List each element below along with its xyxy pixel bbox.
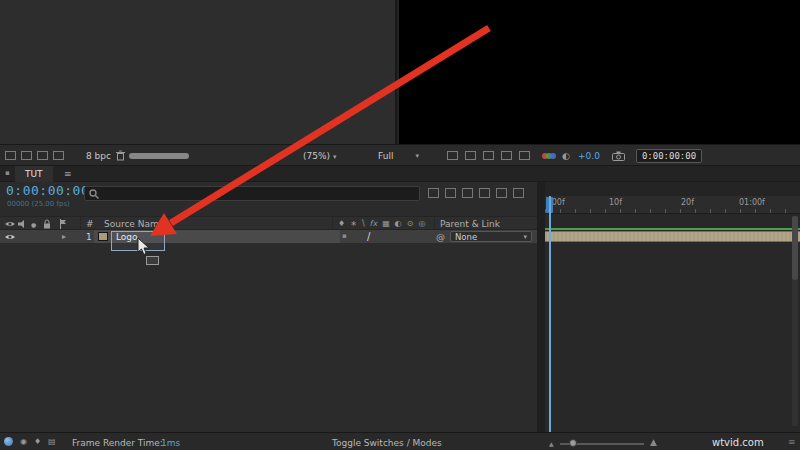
layer-column-header: ● # Source Name ♦ ∗ \ fx ▦ ◐ ⊙ ◎ Parent …	[0, 216, 537, 230]
audio-status-icon[interactable]: ♦	[34, 437, 41, 447]
delete-icon[interactable]	[116, 150, 125, 163]
magnification-value: (75%)	[303, 151, 330, 161]
exposure-value[interactable]: +0.0	[578, 151, 600, 161]
shy-icon[interactable]	[462, 188, 473, 198]
ruler-tick-marks	[545, 209, 800, 213]
resolution-value: Full	[378, 151, 393, 161]
watermark: wtvid.com	[712, 437, 764, 448]
magnification-dropdown[interactable]: (75%) ▾	[303, 151, 336, 162]
zoom-out-icon[interactable]: ▲	[549, 440, 554, 447]
hints-icon[interactable]: ▤	[48, 437, 56, 447]
solo-column-icon: ●	[31, 220, 36, 230]
panel-icon: ▪	[5, 169, 10, 177]
composition-flowchart-icon[interactable]	[428, 188, 439, 198]
cache-indicator	[545, 228, 800, 230]
after-effects-window: 8 bpc (75%) ▾ Full ▾ ◐ +0.0 0:00:00:00	[0, 0, 800, 450]
frame-render-label: Frame Render Time:	[72, 438, 163, 448]
toggle-switches-button[interactable]: Toggle Switches / Modes	[332, 438, 442, 448]
search-icon	[89, 189, 100, 202]
chevron-down-icon: ▾	[415, 151, 419, 161]
resolution-dropdown[interactable]: Full ▾	[378, 151, 419, 161]
time-ruler[interactable]: :00f 10f 20f 01:00f	[545, 196, 800, 214]
layer-duration-bar[interactable]	[545, 231, 800, 242]
collapse-header-icon[interactable]: ∗	[350, 219, 357, 229]
timeline-view-options	[428, 188, 524, 198]
zoom-in-icon[interactable]: ▲	[650, 437, 657, 447]
timeline-scrollbar-handle[interactable]	[792, 216, 798, 280]
effects-header-icon[interactable]: fx	[370, 219, 378, 229]
new-composition-icon[interactable]	[37, 151, 48, 160]
project-panel[interactable]	[0, 0, 397, 144]
frame-blend-icon[interactable]	[479, 188, 490, 198]
drag-ghost-outline	[111, 231, 165, 251]
composition-viewer[interactable]	[399, 0, 800, 144]
timeline-zoom-handle[interactable]	[569, 439, 577, 447]
drag-indicator-box	[146, 256, 159, 265]
audio-column-icon	[18, 220, 26, 230]
quality-toggle[interactable]: /	[367, 231, 370, 242]
channel-settings-icon[interactable]	[542, 153, 558, 160]
label-swatch[interactable]	[98, 232, 108, 241]
ruler-tick: 01:00f	[739, 198, 765, 207]
layer-row[interactable]: ▸ 1 Logo ▪ / @ None ▾	[0, 230, 537, 243]
frame-blend-header-icon[interactable]: ▦	[382, 219, 390, 229]
frame-render-value: 1ms	[161, 438, 180, 448]
parent-link-column[interactable]: Parent & Link	[440, 219, 500, 229]
current-time-display[interactable]: 0:00:00:00	[6, 183, 89, 198]
search-input[interactable]	[103, 187, 413, 200]
status-bar: ◉ ♦ ▤ Frame Render Time: 1ms Toggle Swit…	[0, 432, 800, 450]
panel-menu-icon[interactable]: ≡	[64, 169, 72, 179]
motion-blur-header-icon[interactable]: ◐	[395, 219, 402, 229]
playhead-line[interactable]	[549, 196, 551, 432]
chevron-down-icon: ▾	[523, 232, 527, 242]
chevron-down-icon: ▾	[333, 153, 337, 161]
timeline-scrollbar[interactable]	[792, 216, 798, 426]
parent-pick-whip-icon[interactable]: @	[436, 232, 445, 242]
preview-time-display[interactable]: 0:00:00:00	[636, 149, 702, 163]
shy-header-icon[interactable]: ♦	[338, 219, 345, 229]
quality-header-icon[interactable]: \	[362, 219, 365, 229]
mask-visibility-icon[interactable]	[465, 151, 476, 160]
tab-label: TUT	[25, 169, 43, 179]
project-scrollbar[interactable]	[129, 153, 189, 159]
color-depth-button[interactable]: 8 bpc	[86, 151, 111, 161]
tab-tut[interactable]: TUT	[15, 166, 53, 182]
timeline-splitter[interactable]	[537, 182, 545, 432]
adjustment-header-icon[interactable]: ⊙	[407, 219, 414, 229]
layer-number: 1	[86, 232, 92, 242]
parent-dropdown[interactable]: None ▾	[450, 231, 532, 242]
interpret-footage-icon[interactable]	[53, 151, 64, 160]
ruler-tick: 20f	[681, 198, 694, 207]
preview-status-icon[interactable]: ◉	[20, 437, 27, 447]
find-icon[interactable]	[5, 151, 16, 160]
camera-view-icon[interactable]	[519, 151, 530, 160]
corner-grip-icon[interactable]: ≡	[788, 437, 796, 447]
threed-header-icon[interactable]: ◎	[418, 219, 425, 229]
draft-3d-icon[interactable]	[445, 188, 456, 198]
motion-blur-icon[interactable]	[496, 188, 507, 198]
timeline-track-area[interactable]: :00f 10f 20f 01:00f	[545, 182, 800, 432]
source-name-column[interactable]: Source Name	[104, 219, 164, 229]
ruler-tick: 10f	[609, 198, 622, 207]
parent-value: None	[455, 232, 477, 242]
layer-visibility-toggle[interactable]	[4, 233, 16, 243]
frame-info: 00000 (25.00 fps)	[7, 200, 70, 208]
new-folder-icon[interactable]	[21, 151, 32, 160]
toolbar: 8 bpc (75%) ▾ Full ▾ ◐ +0.0 0:00:00:00	[0, 144, 800, 166]
graph-editor-icon[interactable]	[513, 188, 524, 198]
switches-header: ♦ ∗ \ fx ▦ ◐ ⊙ ◎	[338, 219, 425, 229]
video-column-icon	[4, 220, 16, 230]
region-of-interest-icon[interactable]	[483, 151, 494, 160]
grid-guides-icon[interactable]	[447, 151, 458, 160]
timeline-tab-bar: ▪ TUT ≡	[0, 166, 800, 182]
layer-expander[interactable]: ▸	[62, 232, 66, 241]
reset-exposure-icon[interactable]: ◐	[562, 151, 570, 161]
shy-toggle[interactable]: ▪	[342, 232, 347, 240]
transparency-grid-icon[interactable]	[501, 151, 512, 160]
time-navigator[interactable]	[545, 182, 800, 196]
search-box[interactable]	[84, 186, 420, 201]
snapshot-camera-icon[interactable]	[612, 151, 625, 163]
layer-number-column: #	[86, 219, 94, 229]
sync-status-icon[interactable]	[4, 437, 13, 446]
